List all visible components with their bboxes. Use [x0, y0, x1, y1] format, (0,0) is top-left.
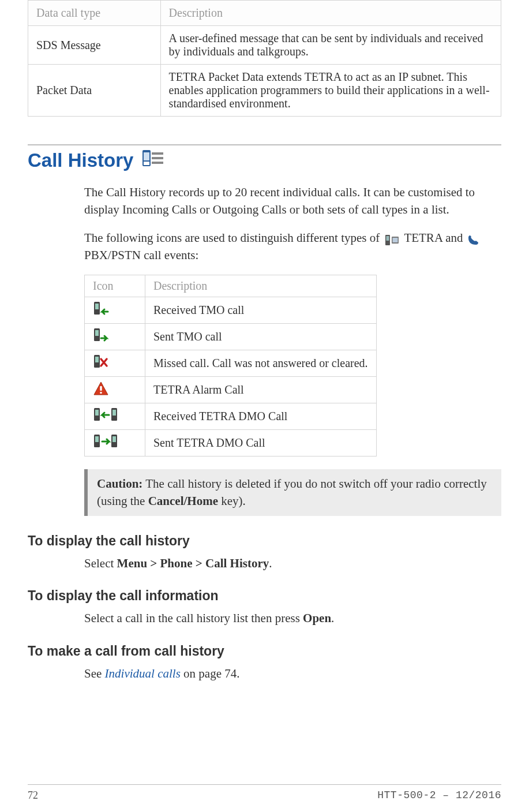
desc-cell: Sent TMO call: [145, 323, 377, 350]
svg-rect-16: [100, 386, 102, 391]
call-history-icon: [141, 149, 164, 172]
subheading-display-history: To display the call history: [28, 533, 501, 549]
table-row: Packet Data TETRA Packet Data extends TE…: [28, 65, 501, 117]
svg-rect-13: [95, 330, 99, 336]
step-pre: Select a call in the call history list t…: [84, 611, 303, 625]
table-header: Description: [160, 1, 501, 26]
received-tmo-call-icon: [93, 301, 109, 316]
tetra-radio-icon: [385, 233, 400, 245]
step-post: .: [269, 556, 272, 570]
intro-paragraph-1: The Call History records up to 20 recent…: [84, 184, 501, 219]
svg-rect-19: [95, 410, 99, 416]
step-pre: See: [84, 667, 105, 680]
svg-rect-15: [95, 357, 99, 362]
cell-desc: TETRA Packet Data extends TETRA to act a…: [160, 65, 501, 117]
table-row: Sent TMO call: [85, 323, 377, 350]
table-row: Missed call. Call was not answered or cl…: [85, 350, 377, 376]
table-header: Data call type: [28, 1, 161, 26]
pbx-pstn-phone-icon: [468, 233, 481, 245]
intro2-post: PBX/PSTN call events:: [84, 248, 198, 262]
caution-text-post: key).: [218, 494, 246, 508]
svg-rect-1: [144, 152, 149, 160]
svg-rect-4: [152, 157, 163, 159]
icon-cell: [85, 350, 145, 376]
svg-rect-2: [144, 162, 149, 165]
data-call-type-table: Data call type Description SDS Message A…: [28, 0, 501, 117]
document-id: HTT-500-2 – 12/2016: [377, 789, 501, 802]
cell-type: SDS Message: [28, 26, 161, 65]
missed-call-icon: [93, 354, 109, 369]
desc-cell: Sent TETRA DMO Call: [145, 429, 377, 456]
section-divider: [28, 144, 501, 145]
intro2-pre: The following icons are used to distingu…: [84, 231, 380, 245]
svg-rect-25: [112, 436, 116, 442]
received-tetra-dmo-call-icon: [93, 407, 118, 422]
caution-label: Caution:: [97, 477, 142, 491]
cell-type: Packet Data: [28, 65, 161, 117]
step-post: .: [331, 611, 334, 625]
table-row: Sent TETRA DMO Call: [85, 429, 377, 456]
icon-cell: [85, 376, 145, 403]
section-title-text: Call History: [28, 149, 133, 171]
cell-desc: A user-defined message that can be sent …: [160, 26, 501, 65]
subheading-make-call: To make a call from call history: [28, 643, 501, 659]
table-row: Received TETRA DMO Call: [85, 403, 377, 429]
desc-cell: Missed call. Call was not answered or cl…: [145, 350, 377, 376]
sent-tmo-call-icon: [93, 328, 109, 343]
desc-cell: Received TETRA DMO Call: [145, 403, 377, 429]
call-icon-table: Icon Description Received TMO call: [84, 275, 377, 456]
table-header: Description: [145, 275, 377, 297]
icon-cell: [85, 429, 145, 456]
svg-rect-3: [152, 152, 163, 155]
step-text: See Individual calls on page 74.: [84, 665, 501, 682]
table-row: TETRA Alarm Call: [85, 376, 377, 403]
svg-rect-23: [95, 436, 99, 442]
table-row: SDS Message A user-defined message that …: [28, 26, 501, 65]
svg-rect-9: [392, 238, 397, 242]
icon-cell: [85, 297, 145, 323]
svg-rect-11: [95, 304, 99, 309]
step-text: Select Menu > Phone > Call History.: [84, 555, 501, 572]
step-post: on page 74.: [181, 667, 240, 680]
step-bold: Menu > Phone > Call History: [117, 556, 269, 570]
page-footer: 72 HTT-500-2 – 12/2016: [28, 784, 501, 802]
page-number: 72: [28, 789, 38, 802]
sent-tetra-dmo-call-icon: [93, 434, 118, 449]
step-text: Select a call in the call history list t…: [84, 609, 501, 627]
table-header: Icon: [85, 275, 145, 297]
intro-paragraph-2: The following icons are used to distingu…: [84, 229, 501, 264]
svg-rect-21: [112, 410, 116, 416]
svg-point-17: [100, 391, 102, 394]
step-pre: Select: [84, 556, 117, 570]
subheading-display-info: To display the call information: [28, 588, 501, 604]
caution-note: Caution: The call history is deleted if …: [84, 469, 501, 516]
svg-rect-5: [152, 162, 163, 164]
icon-cell: [85, 403, 145, 429]
intro2-mid: TETRA and: [404, 231, 463, 245]
desc-cell: Received TMO call: [145, 297, 377, 323]
caution-bold: Cancel/Home: [148, 494, 218, 508]
section-heading: Call History: [28, 149, 501, 172]
tetra-alarm-call-icon: [93, 381, 109, 396]
icon-cell: [85, 323, 145, 350]
desc-cell: TETRA Alarm Call: [145, 376, 377, 403]
svg-rect-7: [386, 236, 389, 241]
step-bold: Open: [303, 611, 331, 625]
cross-reference-link[interactable]: Individual calls: [105, 667, 181, 680]
table-row: Received TMO call: [85, 297, 377, 323]
